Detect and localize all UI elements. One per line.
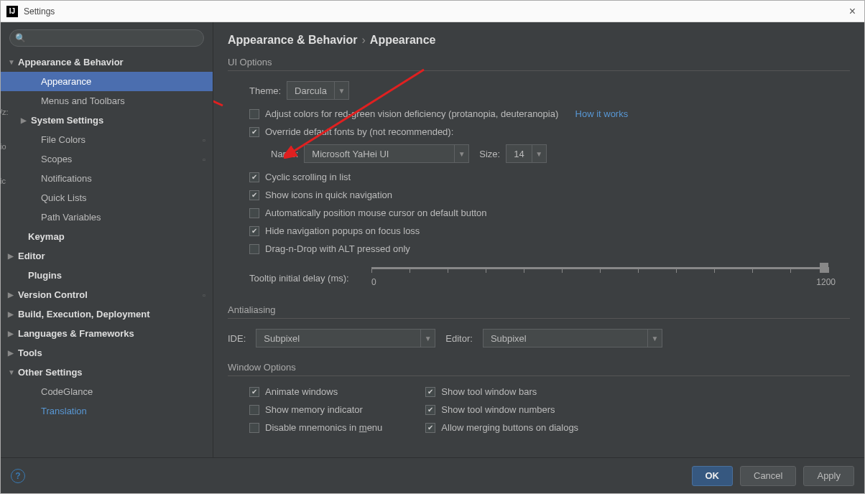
tree-appearance[interactable]: Appearance <box>1 72 213 91</box>
settings-tree: ▼Appearance & Behavior Appearance Menus … <box>1 52 213 457</box>
font-size-select[interactable]: 14 ▼ <box>506 144 546 163</box>
checkbox-icon <box>249 172 259 182</box>
cancel-button[interactable]: Cancel <box>740 466 796 486</box>
hide-nav-check[interactable]: Hide navigation popups on focus loss <box>249 225 850 236</box>
close-icon[interactable]: × <box>846 5 859 18</box>
theme-select[interactable]: Darcula ▼ <box>287 81 349 100</box>
adjust-colors-check[interactable]: Adjust colors for red-green vision defic… <box>249 108 850 119</box>
tree-keymap[interactable]: Keymap <box>1 227 213 246</box>
ide-aa-select[interactable]: Subpixel▼ <box>256 329 435 347</box>
tree-menus-toolbars[interactable]: Menus and Toolbars <box>1 91 213 111</box>
app-icon: IJ <box>6 6 18 17</box>
chevron-down-icon: ▼ <box>647 330 662 347</box>
window-options-title: Window Options <box>228 362 850 376</box>
antialiasing-row: IDE: Subpixel▼ Editor: Subpixel▼ <box>228 329 850 347</box>
titlebar: IJ Settings × <box>1 1 864 22</box>
annotation-arrow-appearance <box>213 42 226 108</box>
numbers-check[interactable]: Show tool window numbers <box>425 404 578 415</box>
auto-position-check[interactable]: Automatically position mouse cursor on d… <box>249 207 850 218</box>
checkbox-icon <box>425 387 435 397</box>
window-title: Settings <box>24 6 846 17</box>
checkbox-icon <box>249 190 259 200</box>
project-badge-icon: ▫ <box>203 155 205 164</box>
chevron-right-icon: › <box>362 34 366 47</box>
chevron-down-icon: ▼ <box>334 82 348 99</box>
checkbox-icon <box>249 244 259 254</box>
cyclic-check[interactable]: Cyclic scrolling in list <box>249 172 850 182</box>
antialiasing-title: Antialiasing <box>228 304 850 319</box>
tooltip-delay-row: Tooltip initial delay (ms): 0 1200 <box>249 261 850 290</box>
tree-tools[interactable]: ▶Tools <box>1 343 213 363</box>
font-row: Name: Microsoft YaHei UI ▼ Size: 14 ▼ <box>271 144 850 163</box>
chevron-down-icon: ▼ <box>532 145 546 162</box>
editor-aa-label: Editor: <box>445 333 473 344</box>
dnd-alt-check[interactable]: Drag-n-Drop with ALT pressed only <box>249 243 850 254</box>
ide-aa-label: IDE: <box>228 333 246 344</box>
project-badge-icon: ▫ <box>203 291 205 299</box>
checkbox-icon <box>249 127 259 137</box>
ui-options-title: UI Options <box>228 57 850 71</box>
memory-check[interactable]: Show memory indicator <box>249 404 382 415</box>
tree-editor[interactable]: ▶Editor <box>1 246 213 266</box>
mnemonics-check[interactable]: Disable mnemonics in menu <box>249 422 382 433</box>
breadcrumb: Appearance & Behavior › Appearance <box>228 34 850 47</box>
window-options: Animate windows Show memory indicator Di… <box>249 386 850 440</box>
tree-other-settings[interactable]: ▼Other Settings <box>1 363 213 382</box>
checkbox-icon <box>249 109 259 119</box>
tree-version-control[interactable]: ▶Version Control▫ <box>1 285 213 304</box>
tooltip-delay-label: Tooltip initial delay (ms): <box>249 261 371 284</box>
bars-check[interactable]: Show tool window bars <box>425 386 578 397</box>
override-fonts-check[interactable]: Override default fonts by (not recommend… <box>249 126 850 137</box>
tree-file-colors[interactable]: File Colors▫ <box>1 130 213 149</box>
tree-quick-lists[interactable]: Quick Lists <box>1 188 213 207</box>
search-input[interactable] <box>9 29 204 47</box>
checkbox-icon <box>249 226 259 236</box>
tree-build[interactable]: ▶Build, Execution, Deployment <box>1 304 213 324</box>
how-it-works-link[interactable]: How it works <box>575 108 629 119</box>
checkbox-icon <box>425 423 435 433</box>
animate-check[interactable]: Animate windows <box>249 386 382 397</box>
project-badge-icon: ▫ <box>203 136 205 144</box>
main-panel: Appearance & Behavior › Appearance UI Op… <box>213 22 864 457</box>
chevron-down-icon: ▼ <box>454 145 468 162</box>
footer: ? OK Cancel Apply <box>1 457 864 493</box>
tree-notifications[interactable]: Notifications <box>1 169 213 188</box>
font-size-label: Size: <box>479 149 500 159</box>
tree-system-settings[interactable]: ▶System Settings <box>1 111 213 130</box>
breadcrumb-parent[interactable]: Appearance & Behavior <box>228 34 358 47</box>
search-icon: 🔍 <box>15 33 26 43</box>
font-name-select[interactable]: Microsoft YaHei UI ▼ <box>304 144 469 163</box>
font-name-label: Name: <box>271 149 298 159</box>
tooltip-delay-slider[interactable]: 0 1200 <box>371 261 828 290</box>
tree-scopes[interactable]: Scopes▫ <box>1 149 213 169</box>
settings-window: IJ Settings × 🔍 ▼Appearance & Behavior A… <box>0 0 865 494</box>
tree-plugins[interactable]: Plugins <box>1 266 213 285</box>
editor-aa-select[interactable]: Subpixel▼ <box>483 329 662 347</box>
content: 🔍 ▼Appearance & Behavior Appearance Menu… <box>1 22 864 457</box>
slider-thumb-icon <box>820 263 828 273</box>
tree-languages[interactable]: ▶Languages & Frameworks <box>1 324 213 343</box>
checkbox-icon <box>249 387 259 397</box>
show-icons-check[interactable]: Show icons in quick navigation <box>249 190 850 200</box>
tree-translation[interactable]: Translation <box>1 401 213 421</box>
svg-line-0 <box>213 48 223 106</box>
theme-label: Theme: <box>249 85 281 96</box>
theme-row: Theme: Darcula ▼ <box>249 81 850 100</box>
checkbox-icon <box>249 208 259 218</box>
checkbox-icon <box>249 423 259 433</box>
checkbox-icon <box>425 405 435 415</box>
checkbox-icon <box>249 405 259 415</box>
search-wrap: 🔍 <box>1 29 213 52</box>
chevron-down-icon: ▼ <box>420 330 435 347</box>
help-icon[interactable]: ? <box>11 469 25 483</box>
tree-codeglance[interactable]: CodeGlance <box>1 382 213 401</box>
tree-path-variables[interactable]: Path Variables <box>1 207 213 227</box>
breadcrumb-current: Appearance <box>370 34 436 47</box>
merging-check[interactable]: Allow merging buttons on dialogs <box>425 422 578 433</box>
ok-button[interactable]: OK <box>692 466 734 486</box>
apply-button[interactable]: Apply <box>803 466 854 486</box>
sidebar: 🔍 ▼Appearance & Behavior Appearance Menu… <box>1 22 213 457</box>
tree-appearance-behavior[interactable]: ▼Appearance & Behavior <box>1 52 213 72</box>
